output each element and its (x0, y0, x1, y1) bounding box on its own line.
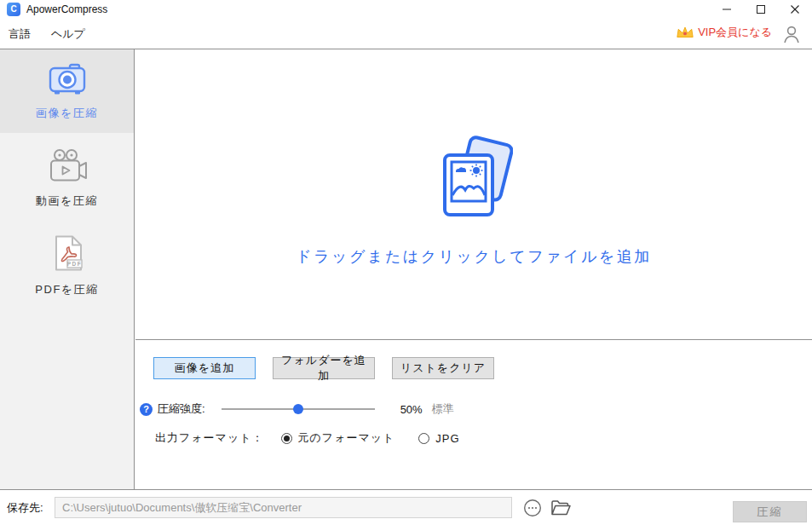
help-icon[interactable]: ? (140, 403, 153, 416)
strength-value: 50% (400, 403, 423, 416)
dropzone[interactable]: ドラッグまたはクリックしてファイルを追加 (135, 49, 812, 339)
radio-jpg[interactable] (418, 433, 429, 444)
sidebar-item-label: 動画を圧縮 (36, 193, 98, 209)
menu-language[interactable]: 言語 (9, 26, 31, 42)
dropzone-hint: ドラッグまたはクリックしてファイルを追加 (296, 246, 652, 267)
footer: 保存先: 圧縮 (0, 490, 812, 525)
video-camera-icon (45, 148, 89, 184)
compress-button[interactable]: 圧縮 (733, 501, 807, 522)
strength-level: 標準 (432, 401, 454, 417)
sidebar-item-compress-image[interactable]: 画像を圧縮 (0, 49, 134, 133)
slider-handle[interactable] (293, 404, 303, 414)
crown-icon (676, 25, 694, 40)
menubar: 言語 ヘルプ VIP会員になる (0, 19, 812, 49)
maximize-icon (756, 4, 766, 14)
close-icon (790, 4, 800, 14)
ellipsis-circle-icon (523, 499, 542, 517)
maximize-button[interactable] (744, 0, 778, 19)
window-controls (710, 0, 812, 19)
pdf-file-icon: PDF (48, 234, 87, 273)
add-folder-button[interactable]: フォルダーを追加 (273, 357, 375, 379)
radio-jpg-label[interactable]: JPG (435, 432, 459, 445)
radio-original-format[interactable] (281, 433, 292, 444)
browse-ellipsis-button[interactable] (523, 499, 542, 521)
dropzone-divider (135, 339, 812, 340)
strength-label: 圧縮強度: (158, 401, 205, 417)
menu-help[interactable]: ヘルプ (51, 26, 85, 42)
add-images-button[interactable]: 画像を追加 (153, 357, 256, 379)
vip-label: VIP会員になる (698, 25, 772, 40)
app-logo-icon: C (7, 3, 20, 16)
svg-text:PDF: PDF (66, 261, 82, 267)
photos-icon (435, 134, 513, 221)
titlebar: C ApowerCompress (0, 0, 812, 19)
account-icon[interactable] (782, 24, 801, 48)
sidebar-item-compress-video[interactable]: 動画を圧縮 (0, 136, 134, 220)
save-location-label: 保存先: (7, 500, 43, 516)
camera-icon (47, 62, 88, 96)
save-path-input[interactable] (55, 497, 512, 518)
main-panel: ドラッグまたはクリックしてファイルを追加 (135, 49, 812, 339)
vip-upgrade-link[interactable]: VIP会員になる (676, 25, 772, 40)
app-title: ApowerCompress (26, 3, 107, 15)
toolbar: 画像を追加 フォルダーを追加 リストをクリア (153, 357, 494, 379)
minimize-button[interactable] (710, 0, 744, 19)
format-label: 出力フォーマット： (155, 430, 264, 446)
clear-list-button[interactable]: リストをクリア (392, 357, 494, 379)
radio-original-format-label[interactable]: 元のフォーマット (298, 430, 395, 446)
minimize-icon (722, 4, 732, 14)
close-button[interactable] (778, 0, 812, 19)
folder-icon (550, 499, 572, 516)
sidebar-item-label: 画像を圧縮 (36, 106, 98, 121)
sidebar: 画像を圧縮 動画を圧縮 PDF PDFを圧縮 (0, 49, 135, 489)
strength-slider[interactable] (222, 403, 375, 415)
strength-row: ? 圧縮強度: 50% 標準 (140, 400, 454, 418)
format-row: 出力フォーマット： 元のフォーマット JPG (155, 430, 460, 447)
sidebar-item-compress-pdf[interactable]: PDF PDFを圧縮 (0, 223, 134, 307)
open-folder-button[interactable] (550, 499, 572, 520)
sidebar-item-label: PDFを圧縮 (35, 282, 98, 297)
